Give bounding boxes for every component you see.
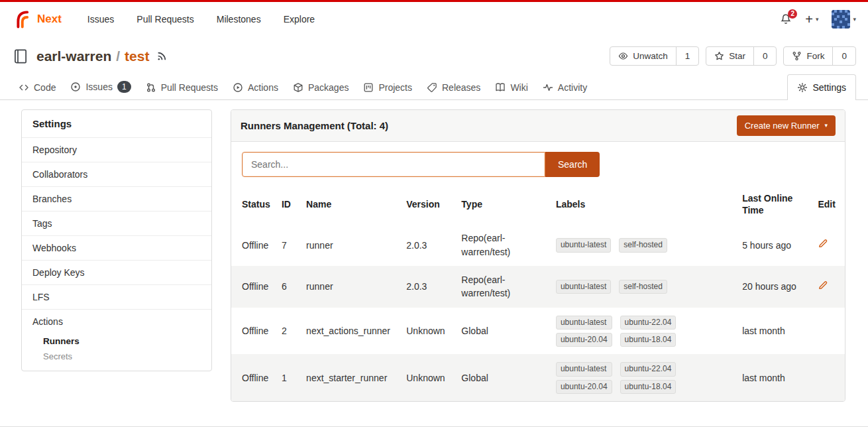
panel-title: Runners Management (Total: 4) [241, 120, 388, 131]
col-status: Status [231, 186, 276, 224]
col-last-online-time: Last Online Time [737, 186, 812, 224]
tab-projects[interactable]: Projects [356, 76, 419, 99]
code-icon [19, 82, 29, 93]
sidebar-item-collaborators[interactable]: Collaborators [22, 162, 211, 186]
tab-code[interactable]: Code [12, 76, 62, 99]
nav-link-pull-requests[interactable]: Pull Requests [127, 9, 203, 30]
sidebar-item-repository[interactable]: Repository [22, 137, 211, 162]
tab-label: Pull Requests [161, 82, 218, 93]
tab-label: Projects [378, 82, 412, 93]
user-menu[interactable]: ▾ [832, 10, 856, 29]
runner-labels: ubuntu-latest self-hosted [556, 238, 667, 252]
repo-tabs: Code Issues 1 Pull Requests Actions Pack… [0, 72, 868, 100]
runner-labels: ubuntu-latest ubuntu-22.04 ubuntu-20.04 … [556, 316, 676, 347]
nav-link-milestones[interactable]: Milestones [207, 9, 271, 30]
sidebar-item-secrets[interactable]: Secrets [22, 349, 211, 364]
runner-labels: ubuntu-latest self-hosted [556, 280, 667, 294]
label-badge: ubuntu-22.04 [620, 316, 677, 330]
table-row: Offline 2 next_actions_runner Unknown Gl… [231, 308, 845, 355]
fork-button[interactable]: Fork 0 [783, 46, 856, 66]
nav-link-explore[interactable]: Explore [274, 9, 325, 30]
sidebar-item-tags[interactable]: Tags [22, 211, 211, 235]
runner-version: Unknown [401, 354, 456, 401]
repo-slash: / [116, 48, 120, 64]
fork-count[interactable]: 0 [832, 47, 855, 65]
sidebar-item-runners[interactable]: Runners [22, 334, 211, 349]
tab-label: Wiki [510, 82, 527, 93]
rss-feed-icon[interactable] [156, 50, 168, 62]
runner-type: Repo(earl-warren/test) [456, 224, 551, 266]
sidebar-item-branches[interactable]: Branches [22, 186, 211, 211]
package-icon [293, 82, 303, 93]
search-input[interactable] [242, 152, 545, 177]
label-badge: ubuntu-20.04 [556, 333, 612, 347]
nav-link-issues[interactable]: Issues [78, 9, 124, 30]
col-edit: Edit [812, 186, 845, 224]
tab-label: Actions [248, 82, 278, 93]
book-icon [495, 82, 506, 93]
runner-search-bar: Search [231, 142, 845, 186]
runners-panel: Runners Management (Total: 4) Create new… [231, 109, 845, 402]
tab-packages[interactable]: Packages [286, 76, 355, 99]
runner-last-online: 20 hours ago [737, 266, 812, 308]
edit-runner-button[interactable] [818, 238, 828, 249]
search-button[interactable]: Search [545, 152, 600, 177]
label-badge: ubuntu-20.04 [556, 380, 612, 394]
runner-version: 2.0.3 [401, 224, 456, 266]
unwatch-button[interactable]: Unwatch 1 [610, 46, 699, 66]
tag-icon [427, 82, 437, 93]
table-header-row: Status ID Name Version Type Labels Last … [231, 186, 845, 224]
runner-name: next_actions_runner [301, 308, 401, 355]
runners-table: Status ID Name Version Type Labels Last … [231, 186, 845, 401]
runner-status: Offline [231, 266, 276, 308]
sidebar-item-actions[interactable]: Actions [22, 309, 211, 334]
col-type: Type [456, 186, 551, 224]
runner-name: next_starter_runner [301, 354, 401, 401]
sidebar-item-lfs[interactable]: LFS [22, 284, 211, 309]
runner-status: Offline [231, 224, 276, 266]
tab-label: Packages [308, 82, 349, 93]
top-navbar: Next Issues Pull Requests Milestones Exp… [0, 2, 868, 36]
runner-status: Offline [231, 308, 276, 355]
pulse-icon [543, 82, 553, 93]
brand-home-link[interactable]: Next [12, 9, 62, 29]
sidebar-item-deploy-keys[interactable]: Deploy Keys [22, 260, 211, 284]
unwatch-label: Unwatch [633, 51, 668, 61]
tab-label: Settings [812, 82, 846, 93]
label-badge: self-hosted [619, 238, 667, 252]
label-badge: ubuntu-latest [556, 316, 612, 330]
tab-releases[interactable]: Releases [420, 76, 487, 99]
tab-issues[interactable]: Issues 1 [64, 74, 137, 99]
star-count[interactable]: 0 [753, 47, 777, 65]
repo-name-link[interactable]: test [125, 48, 149, 64]
table-row: Offline 7 runner 2.0.3 Repo(earl-warren/… [231, 224, 845, 266]
repo-icon [12, 48, 29, 65]
settings-sidebar: Settings Repository Collaborators Branch… [21, 109, 212, 371]
edit-runner-button[interactable] [818, 280, 828, 290]
runner-type: Global [456, 308, 551, 355]
col-id: ID [276, 186, 301, 224]
project-board-icon [363, 82, 374, 93]
tab-settings[interactable]: Settings [787, 74, 856, 100]
repo-action-buttons: Unwatch 1 Star 0 Fork 0 [610, 46, 856, 66]
runner-last-online: last month [737, 354, 812, 401]
plus-icon: + [805, 13, 813, 26]
caret-down-icon: ▾ [816, 17, 819, 23]
notifications-button[interactable]: 2 [780, 13, 792, 25]
watch-count[interactable]: 1 [676, 47, 699, 65]
issues-count-badge: 1 [117, 81, 131, 93]
fork-label: Fork [806, 51, 824, 61]
create-new-menu[interactable]: + ▾ [805, 13, 818, 26]
tab-wiki[interactable]: Wiki [488, 76, 534, 99]
panel-header: Runners Management (Total: 4) Create new… [231, 110, 845, 142]
runner-name: runner [301, 266, 401, 308]
sidebar-item-webhooks[interactable]: Webhooks [22, 235, 211, 260]
runner-version: Unknown [401, 308, 456, 355]
create-new-runner-button[interactable]: Create new Runner ▾ [737, 115, 836, 136]
tab-pull-requests[interactable]: Pull Requests [139, 76, 225, 99]
repo-owner-link[interactable]: earl-warren [36, 48, 111, 64]
tab-activity[interactable]: Activity [536, 76, 594, 99]
runner-id: 7 [276, 224, 301, 266]
tab-actions[interactable]: Actions [226, 76, 285, 99]
star-button[interactable]: Star 0 [706, 46, 777, 66]
